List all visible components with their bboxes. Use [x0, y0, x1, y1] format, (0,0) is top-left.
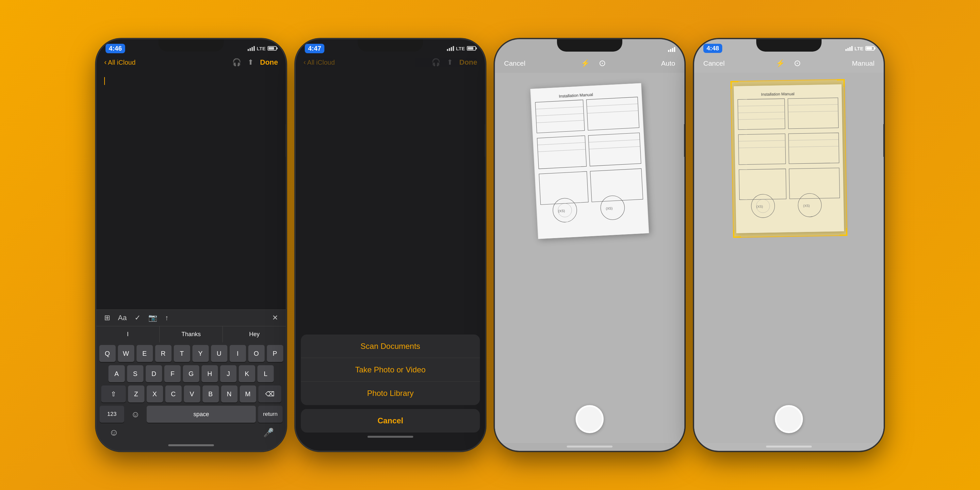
time-1: 4:46 — [105, 44, 125, 53]
home-indicator-2 — [368, 436, 413, 438]
filter-icon-3[interactable]: ⊙ — [599, 58, 606, 68]
time-4: 4:48 — [703, 44, 722, 53]
filter-icon-4[interactable]: ⊙ — [794, 58, 801, 68]
mic-icon[interactable]: 🎤 — [259, 425, 277, 440]
table-icon[interactable]: ⊞ — [104, 313, 110, 322]
camera-mode-4[interactable]: Manual — [852, 59, 875, 67]
key-N[interactable]: N — [221, 385, 237, 402]
key-T[interactable]: T — [174, 345, 190, 362]
action-scan-documents[interactable]: Scan Documents — [301, 334, 480, 358]
toolbar-icons: ⊞ Aa ✓ 📷 ↑ — [104, 313, 169, 322]
keyboard-toolbar: ⊞ Aa ✓ 📷 ↑ ✕ — [96, 309, 286, 326]
capture-button-3[interactable] — [576, 405, 604, 433]
key-I[interactable]: I — [230, 345, 246, 362]
space-key[interactable]: space — [147, 406, 256, 423]
key-E[interactable]: E — [137, 345, 153, 362]
take-photo-label: Take Photo or Video — [355, 365, 426, 374]
notes-header-icons: 🎧 ⬆ Done — [232, 58, 278, 67]
notes-done-btn[interactable]: Done — [260, 58, 278, 67]
flash-icon-4[interactable]: ⚡ — [776, 59, 785, 68]
camera-cancel-4[interactable]: Cancel — [703, 59, 725, 67]
num-key[interactable]: 123 — [100, 406, 124, 423]
notes-done-2: Done — [459, 58, 477, 67]
status-right-4: LTE — [845, 46, 875, 51]
key-Y[interactable]: Y — [192, 345, 209, 362]
action-photo-library[interactable]: Photo Library — [301, 382, 480, 405]
capture-btn-container-4 — [694, 399, 884, 443]
svg-text:(XS): (XS) — [606, 207, 612, 210]
key-R[interactable]: R — [155, 345, 172, 362]
camera-viewfinder-3: Installation Manual — [495, 73, 684, 399]
key-F[interactable]: F — [164, 365, 181, 382]
status-right-1: LTE — [248, 46, 277, 51]
emoji-key[interactable]: ☺ — [126, 407, 145, 422]
camera-cancel-3[interactable]: Cancel — [504, 59, 525, 67]
key-S[interactable]: S — [127, 365, 143, 382]
camera-center-icons-3: ⚡ ⊙ — [581, 58, 606, 68]
document-3: Installation Manual — [530, 83, 649, 239]
action-cancel-btn[interactable]: Cancel — [301, 409, 480, 433]
predict-word-3[interactable]: Hey — [223, 326, 286, 342]
key-W[interactable]: W — [118, 345, 134, 362]
key-Z[interactable]: Z — [128, 385, 145, 402]
action-sheet: Scan Documents Take Photo or Video Photo… — [296, 334, 485, 451]
headphone-icon[interactable]: 🎧 — [232, 58, 241, 67]
checklist-icon[interactable]: ✓ — [135, 313, 140, 322]
key-B[interactable]: B — [202, 385, 219, 402]
document-4: Installation Manual — [734, 84, 844, 233]
signal-bars-3 — [668, 47, 675, 52]
key-X[interactable]: X — [147, 385, 163, 402]
capture-btn-container-3 — [495, 399, 684, 443]
status-right-3 — [668, 47, 675, 52]
key-M[interactable]: M — [240, 385, 256, 402]
notes-header-2: ‹ All iCloud 🎧 ⬆ Done — [296, 56, 485, 70]
key-J[interactable]: J — [220, 365, 237, 382]
key-Q[interactable]: Q — [99, 345, 116, 362]
key-P[interactable]: P — [267, 345, 283, 362]
home-indicator-3 — [567, 445, 612, 447]
key-C[interactable]: C — [165, 385, 181, 402]
notes-header-1: ‹ All iCloud 🎧 ⬆ Done — [96, 56, 286, 70]
photo-library-label: Photo Library — [367, 389, 414, 398]
key-L[interactable]: L — [258, 365, 274, 382]
chevron-left-icon: ‹ — [104, 58, 107, 67]
svg-text:(XS): (XS) — [558, 209, 565, 213]
status-right-2: LTE — [447, 46, 476, 51]
key-D[interactable]: D — [146, 365, 162, 382]
key-U[interactable]: U — [211, 345, 228, 362]
send-icon[interactable]: ↑ — [165, 313, 169, 322]
keyboard-close-icon[interactable]: ✕ — [272, 313, 278, 322]
key-V[interactable]: V — [184, 385, 200, 402]
format-icon[interactable]: Aa — [118, 313, 127, 322]
notes-content[interactable] — [96, 70, 286, 309]
battery-fill-4 — [866, 47, 872, 50]
signal-bar-4 — [253, 46, 255, 51]
text-cursor — [104, 77, 105, 85]
action-take-photo[interactable]: Take Photo or Video — [301, 358, 480, 382]
predict-word-2[interactable]: Thanks — [160, 326, 223, 342]
return-key[interactable]: return — [258, 406, 283, 423]
flash-icon-3[interactable]: ⚡ — [581, 59, 590, 68]
camera-viewfinder-4: Installation Manual — [694, 73, 884, 399]
key-G[interactable]: G — [183, 365, 199, 382]
phones-container: 4:46 LTE — [77, 20, 903, 470]
phone-4: 4:48 LTE — [694, 39, 884, 451]
key-K[interactable]: K — [239, 365, 255, 382]
shift-key[interactable]: ⇧ — [101, 385, 126, 402]
emoji-icon[interactable]: ☺ — [105, 425, 123, 440]
notes-back-btn[interactable]: ‹ All iCloud — [104, 58, 135, 67]
key-A[interactable]: A — [108, 365, 125, 382]
notes-back-btn-2: ‹ All iCloud — [304, 58, 335, 67]
capture-button-4[interactable] — [775, 405, 803, 433]
predict-word-1[interactable]: I — [96, 326, 160, 342]
keyboard[interactable]: Q W E R T Y U I O P A S — [96, 342, 286, 451]
share-icon[interactable]: ⬆ — [248, 58, 253, 67]
signal-bars-2 — [447, 46, 454, 51]
camera-toolbar-icon[interactable]: 📷 — [148, 313, 157, 322]
phone-1: 4:46 LTE — [96, 39, 286, 451]
key-O[interactable]: O — [248, 345, 265, 362]
delete-key[interactable]: ⌫ — [258, 385, 281, 402]
camera-mode-3[interactable]: Auto — [661, 59, 675, 67]
key-row-1: Q W E R T Y U I O P — [98, 345, 284, 362]
key-H[interactable]: H — [202, 365, 218, 382]
